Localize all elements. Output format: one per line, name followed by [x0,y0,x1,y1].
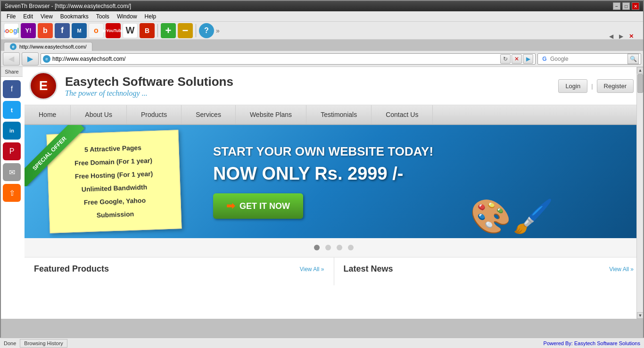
maximize-button[interactable]: □ [622,2,630,10]
remove-tab-button[interactable]: − [178,23,193,38]
tab-scroll-right[interactable]: ▶ [617,33,625,40]
banner: SPECIAL OFFER 5 Attractive Pages Free Do… [25,125,643,238]
menu-help[interactable]: Help [141,12,160,21]
latest-news-view-all[interactable]: View All » [609,266,634,273]
banner-price: NOW ONLY Rs. 2999 /- [213,164,629,184]
back-button[interactable]: ◀ [3,52,20,66]
facebook-share-button[interactable]: f [3,80,21,98]
titlebar-title: SevenTh Browser - [http://www.easytechso… [5,3,131,9]
share-label: Share [1,67,23,77]
featured-products-col: Featured Products View All » [25,257,334,285]
get-it-now-label: GET IT NOW [239,201,290,211]
nav-testimonials[interactable]: Testimonials [306,105,372,124]
nav-website-plans[interactable]: Website Plans [236,105,306,124]
featured-products-header: Featured Products View All » [34,264,324,274]
orkut-toolbar-icon[interactable]: o [89,23,104,38]
slider-dot-3[interactable] [337,245,342,250]
login-button[interactable]: Login [558,79,587,93]
address-favicon: e [43,55,50,63]
latest-news-title: Latest News [344,264,393,274]
logo-text: Easytech Software Solutions The power of… [65,75,233,98]
youtube-toolbar-icon[interactable]: ▶YouTube [106,23,121,38]
scroll-up-arrow[interactable]: ▲ [637,67,643,74]
auth-separator: | [591,83,593,90]
pinterest-share-button[interactable]: P [3,142,21,160]
special-offer-ribbon-wrapper: SPECIAL OFFER [25,125,86,186]
nav-about-us[interactable]: About Us [71,105,127,124]
yahoo-toolbar-icon[interactable]: Y! [21,23,36,38]
nav-products[interactable]: Products [127,105,182,124]
titlebar: SevenTh Browser - [http://www.easytechso… [1,1,643,11]
minimize-button[interactable]: − [613,2,620,10]
menu-tools[interactable]: Tools [92,12,113,21]
address-actions: ↻ ✕ ▶ [500,54,533,64]
menu-bookmarks[interactable]: Bookmarks [57,12,92,21]
site-wrapper: E Easytech Software Solutions The power … [25,67,643,285]
slider-dot-4[interactable] [348,245,354,250]
help-toolbar-icon[interactable]: ? [199,23,214,38]
browsing-history-button[interactable]: Browsing History [20,339,67,348]
twitter-share-button[interactable]: t [3,101,21,119]
stumbleupon-toolbar-icon[interactable]: b [38,23,53,38]
logo-area: E Easytech Software Solutions The power … [29,72,233,100]
scroll-track[interactable] [637,74,643,312]
site-tagline: The power of technology ... [65,89,233,98]
navigate-button[interactable]: ▶ [523,54,533,64]
address-bar: e ↻ ✕ ▶ [41,53,536,65]
navrow: ◀ ▶ e ↻ ✕ ▶ G 🔍 [1,51,643,67]
browser-red-icon[interactable]: B [140,23,155,38]
menu-file[interactable]: File [3,12,19,21]
featured-products-view-all[interactable]: View All » [300,266,324,273]
forward-button[interactable]: ▶ [22,52,39,66]
page-scrollbar: ▲ ▼ [636,67,643,319]
google-toolbar-icon[interactable]: Google [4,23,19,38]
page-area: Share f t in P ✉ ⇧ E Easytech Software S… [1,67,643,319]
slider-dots [25,238,643,257]
status-done: Done [4,340,16,346]
add-tab-button[interactable]: + [161,23,176,38]
menu-window[interactable]: Window [113,12,141,21]
search-input[interactable] [550,56,627,62]
generic-share-button[interactable]: ⇧ [3,184,21,202]
toolbar-separator-2 [196,24,196,37]
nav-services[interactable]: Services [182,105,236,124]
email-share-button[interactable]: ✉ [3,163,21,181]
search-wrapper: G 🔍 [537,53,641,65]
banner-headline: START YOUR OWN WEBSITE TODAY! [213,144,629,159]
slider-dot-1[interactable] [314,245,320,250]
stop-button[interactable]: ✕ [512,54,522,64]
site-nav: Home About Us Products Services Website … [25,105,643,125]
scroll-thumb[interactable] [637,74,643,93]
address-input[interactable] [52,56,500,62]
status-left: Done Browsing History [4,339,67,348]
wikipedia-toolbar-icon[interactable]: W [123,23,138,38]
myspace-toolbar-icon[interactable]: M [72,23,87,38]
menu-view[interactable]: View [37,12,57,21]
linkedin-share-button[interactable]: in [3,122,21,140]
latest-news-header: Latest News View All » [344,264,634,274]
toolbar-expand-icon[interactable]: » [216,27,220,34]
bottom-section: Featured Products View All » Latest News… [25,257,643,285]
tab-scroll-left[interactable]: ◀ [607,33,615,40]
share-sidebar: Share f t in P ✉ ⇧ [1,67,23,205]
search-button[interactable]: 🔍 [627,54,639,64]
search-engine-icon: G [540,54,549,64]
menu-edit[interactable]: Edit [19,12,37,21]
header-auth: Login | Register [558,79,634,93]
nav-home[interactable]: Home [25,105,71,124]
slider-dot-2[interactable] [325,245,331,250]
register-button[interactable]: Register [597,79,634,93]
menubar: File Edit View Bookmarks Tools Window He… [1,11,643,22]
refresh-button[interactable]: ↻ [500,54,511,64]
banner-art-decoration: 🎨 [470,197,511,236]
tab-close[interactable]: ✕ [627,33,636,40]
browser-tab-main[interactable]: e http://www.easytechsoft.com/ [4,42,92,51]
statusbar: Done Browsing History Powered By: Easyte… [0,338,644,348]
scroll-down-arrow[interactable]: ▼ [637,312,643,319]
toolbar-separator-1 [157,24,158,37]
facebook-toolbar-icon[interactable]: f [55,23,70,38]
get-it-now-button[interactable]: ➡ GET IT NOW [213,193,303,219]
close-button[interactable]: ✕ [632,2,639,10]
nav-contact-us[interactable]: Contact Us [372,105,433,124]
window-controls: − □ ✕ [613,2,639,10]
